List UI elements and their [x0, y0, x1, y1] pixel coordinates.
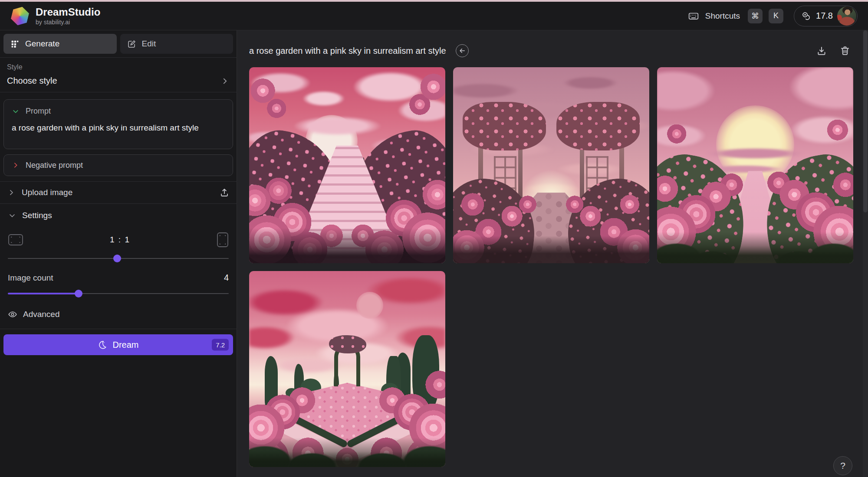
chevron-down-icon[interactable]: [12, 108, 20, 115]
foreground-roses: [249, 67, 445, 263]
k-key-badge: K: [769, 9, 783, 23]
image-count-label: Image count: [8, 273, 53, 283]
prompt-label: Prompt: [26, 107, 51, 116]
generated-image-2[interactable]: [453, 67, 649, 263]
chevron-down-icon: [8, 211, 16, 220]
image-grid: [249, 67, 868, 467]
keyboard-icon: [688, 10, 699, 22]
tab-edit[interactable]: Edit: [120, 34, 233, 54]
scrollbar[interactable]: [863, 30, 868, 477]
upload-icon[interactable]: [219, 187, 230, 198]
image-count-slider-thumb[interactable]: [75, 290, 82, 297]
prompt-input[interactable]: a rose garden with a pink sky in surreal…: [12, 122, 225, 134]
back-arrow-icon[interactable]: [456, 44, 469, 57]
chevron-right-icon: [220, 76, 230, 86]
chevron-right-icon: [7, 188, 16, 197]
generated-image-1[interactable]: [249, 67, 445, 263]
portrait-frame-icon[interactable]: [217, 232, 229, 248]
upload-image-label: Upload image: [22, 188, 72, 197]
app-title: DreamStudio: [36, 6, 100, 18]
settings-header[interactable]: Settings: [8, 211, 229, 220]
avatar[interactable]: [837, 7, 856, 26]
advanced-label: Advanced: [23, 310, 60, 319]
sidebar: Generate Edit Style Choose style: [0, 30, 237, 477]
prompt-box[interactable]: Prompt a rose garden with a pink sky in …: [3, 99, 233, 149]
landscape-frame-icon[interactable]: [8, 234, 23, 246]
topbar: DreamStudio by stability.ai Shortcuts ⌘ …: [0, 2, 868, 30]
coins-icon: [801, 11, 812, 21]
dreamstudio-logo-icon[interactable]: [8, 4, 31, 27]
dream-button-label: Dream: [112, 340, 138, 350]
download-icon[interactable]: [816, 45, 827, 56]
app-subtitle: by stability.ai: [36, 19, 100, 26]
foreground-roses: [657, 67, 853, 263]
divider: [0, 92, 237, 92]
foreground-roses: [453, 67, 649, 263]
generated-image-3[interactable]: [657, 67, 853, 263]
aspect-ratio-slider-thumb[interactable]: [113, 255, 121, 262]
advanced-row[interactable]: Advanced: [8, 310, 229, 319]
choose-style-value: Choose style: [7, 76, 57, 86]
tab-generate-label: Generate: [25, 39, 59, 49]
shortcuts-label[interactable]: Shortcuts: [705, 11, 740, 21]
settings-label: Settings: [22, 211, 52, 220]
eye-icon: [8, 310, 17, 319]
generation-title: a rose garden with a pink sky in surreal…: [249, 46, 446, 56]
upload-image-row[interactable]: Upload image: [0, 181, 237, 204]
image-count-value: 4: [224, 273, 229, 283]
main-content: a rose garden with a pink sky in surreal…: [237, 30, 868, 477]
scrollbar-thumb[interactable]: [863, 30, 868, 212]
edit-pencil-icon: [127, 39, 136, 49]
aspect-ratio-slider[interactable]: [8, 255, 229, 262]
credits-value: 17.8: [816, 11, 833, 21]
foreground-roses: [249, 271, 445, 467]
chevron-right-icon[interactable]: [12, 161, 20, 169]
choose-style-row[interactable]: Choose style: [7, 76, 230, 86]
dream-cost-badge: 7.2: [212, 339, 229, 351]
dream-button[interactable]: Dream 7.2: [3, 334, 233, 355]
trash-icon[interactable]: [839, 45, 851, 56]
generate-grid-icon: [10, 39, 20, 49]
moon-icon: [98, 340, 107, 350]
aspect-ratio-value: 1 : 1: [110, 235, 130, 245]
help-button[interactable]: ?: [833, 456, 852, 475]
image-count-slider[interactable]: [8, 290, 229, 297]
style-label: Style: [7, 63, 230, 71]
image-count-slider-fill: [8, 293, 79, 294]
negative-prompt-box[interactable]: Negative prompt: [3, 154, 233, 176]
tab-edit-label: Edit: [142, 39, 156, 49]
credits-pill[interactable]: 17.8: [794, 6, 858, 26]
generated-image-4[interactable]: [249, 271, 445, 467]
tab-generate[interactable]: Generate: [3, 34, 117, 54]
negative-prompt-label: Negative prompt: [26, 161, 83, 170]
cmd-key-badge: ⌘: [748, 9, 763, 23]
